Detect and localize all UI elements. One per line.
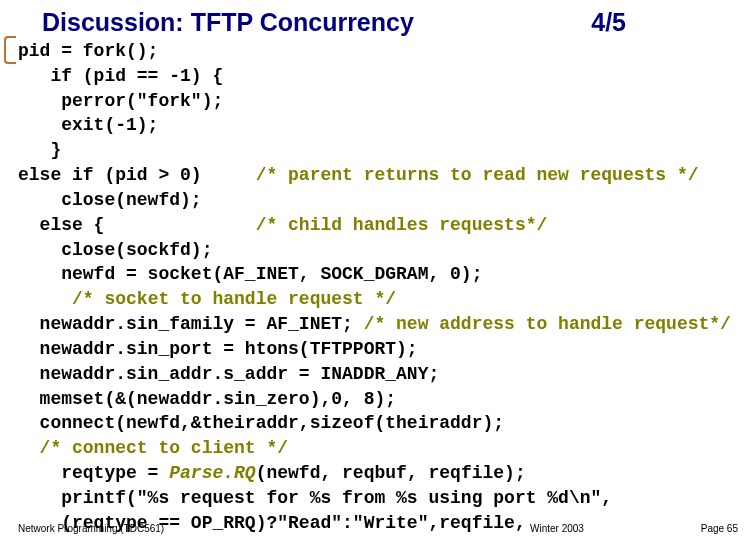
code-line: newaddr.sin_addr.s_addr = INADDR_ANY; bbox=[18, 364, 439, 384]
code-comment: /* connect to client */ bbox=[40, 438, 288, 458]
code-line: exit(-1); bbox=[18, 115, 158, 135]
slide-page-number: 4/5 bbox=[591, 8, 726, 37]
code-line: printf("%s request for %s from %s using … bbox=[18, 488, 612, 508]
footer-left: Network Programming (TDC561) bbox=[18, 523, 164, 534]
code-line: pid = fork(); bbox=[18, 41, 158, 61]
code-line: close(sockfd); bbox=[18, 240, 212, 260]
slide-title: Discussion: TFTP Concurrency bbox=[42, 8, 414, 37]
code-line: close(newfd); bbox=[18, 190, 202, 210]
code-line bbox=[18, 289, 72, 309]
code-line: newaddr.sin_family = AF_INET; bbox=[18, 314, 364, 334]
code-line bbox=[18, 438, 40, 458]
code-italic: Parse.RQ bbox=[169, 463, 255, 483]
code-line: (newfd, reqbuf, reqfile); bbox=[256, 463, 526, 483]
footer-right: Page 65 bbox=[701, 523, 738, 534]
footer-mid: Winter 2003 bbox=[530, 523, 584, 534]
code-comment: /* parent returns to read new requests *… bbox=[256, 165, 699, 185]
code-block: pid = fork(); if (pid == -1) { perror("f… bbox=[0, 37, 756, 540]
code-line: newaddr.sin_port = htons(TFTPPORT); bbox=[18, 339, 418, 359]
title-row: Discussion: TFTP Concurrency 4/5 bbox=[0, 0, 756, 37]
code-line: else { bbox=[18, 215, 256, 235]
slide: Discussion: TFTP Concurrency 4/5 pid = f… bbox=[0, 0, 756, 540]
code-comment: /* new address to handle request*/ bbox=[364, 314, 731, 334]
code-line: reqtype = bbox=[18, 463, 169, 483]
code-line: memset(&(newaddr.sin_zero),0, 8); bbox=[18, 389, 396, 409]
code-line: newfd = socket(AF_INET, SOCK_DGRAM, 0); bbox=[18, 264, 482, 284]
decorative-brace bbox=[4, 36, 16, 64]
code-line: connect(newfd,&theiraddr,sizeof(theiradd… bbox=[18, 413, 504, 433]
code-comment: /* socket to handle request */ bbox=[72, 289, 396, 309]
code-line: } bbox=[18, 140, 61, 160]
code-line: if (pid == -1) { bbox=[18, 66, 223, 86]
code-line: perror("fork"); bbox=[18, 91, 223, 111]
code-comment: /* child handles requests*/ bbox=[256, 215, 548, 235]
code-line: else if (pid > 0) bbox=[18, 165, 256, 185]
